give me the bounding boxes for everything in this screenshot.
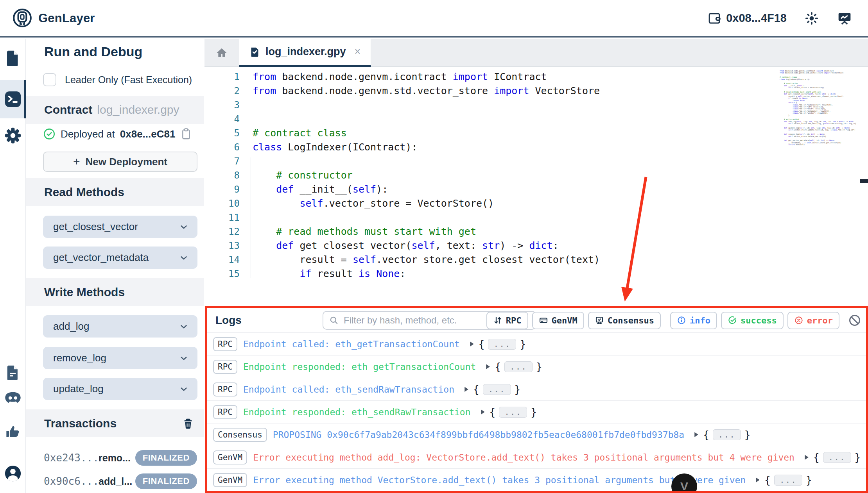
rail-active-terminal[interactable] (0, 80, 26, 118)
triangle-right-icon (693, 431, 699, 438)
editor-scrollbar-thumb[interactable] (860, 179, 868, 183)
line-number: 11 (204, 211, 240, 225)
file-icon[interactable] (0, 50, 26, 67)
transaction-row[interactable]: 0x90c6...add_l...FINALIZED (44, 472, 197, 491)
ellipsis-pill[interactable]: ... (823, 452, 851, 463)
tab-title: log_indexer.gpy (265, 46, 346, 58)
panel-title: Run and Debug (26, 44, 204, 59)
filter-rpc-label: RPC (506, 316, 522, 325)
code-line: 8 # constructor (204, 168, 868, 182)
code-editor[interactable]: 1from backend.node.genvm.icontract impor… (204, 67, 868, 278)
gear-icon[interactable] (0, 127, 26, 144)
line-number: 9 (204, 182, 240, 196)
code-text: from backend.node.genvm.icontract import… (240, 70, 547, 84)
genlayer-logo-icon (12, 8, 33, 29)
method-label: add_log (53, 320, 90, 332)
ellipsis-pill[interactable]: ... (774, 475, 802, 486)
brace-open: { (490, 406, 496, 418)
ellipsis-pill[interactable]: ... (713, 429, 741, 440)
log-expand-toggle[interactable]: {...} (479, 406, 537, 418)
method-get_vector_metadata[interactable]: get_vector_metadata (43, 246, 197, 269)
method-remove_log[interactable]: remove_log (43, 347, 197, 369)
indent-guide (251, 157, 251, 278)
code-line: 11 (204, 211, 868, 225)
line-number: 8 (204, 168, 240, 182)
transaction-row[interactable]: 0xe243...remo...FINALIZED (44, 448, 197, 467)
deployed-address: 0x8e...eC81 (120, 128, 176, 140)
ellipsis-pill[interactable]: ... (504, 361, 533, 372)
tx-hash: 0xe243... (44, 452, 99, 464)
method-update_log[interactable]: update_log (43, 378, 197, 400)
triangle-right-icon (484, 363, 491, 370)
copy-clipboard-icon[interactable] (180, 128, 192, 140)
triangle-right-icon (754, 477, 761, 483)
code-line: 5# contract class (204, 126, 868, 140)
method-add_log[interactable]: add_log (43, 315, 197, 338)
brace-open: { (495, 361, 501, 373)
log-expand-toggle[interactable]: {...} (468, 338, 526, 350)
deployed-label: Deployed at (61, 128, 115, 140)
leader-only-label: Leader Only (Fast Execution) (65, 74, 192, 86)
ellipsis-pill[interactable]: ... (483, 384, 511, 395)
minimap[interactable]: from backend.node.genvm.icontract import… (780, 70, 856, 199)
sun-icon[interactable] (805, 11, 819, 25)
method-label: update_log (53, 383, 104, 395)
code-text: from backend.node.genvm.std.vector_store… (240, 84, 600, 98)
filter-success-button[interactable]: success (721, 312, 784, 329)
ellipsis-pill[interactable]: ... (499, 407, 527, 418)
filter-error-label: error (807, 316, 833, 325)
wallet-address-button[interactable]: 0x08...4F18 (707, 11, 787, 25)
new-deployment-button[interactable]: + New Deployment (43, 152, 197, 172)
code-text: def __init__(self): (240, 182, 388, 196)
code-text (240, 98, 253, 112)
log-message: Endpoint responded: eth_getTransactionCo… (243, 362, 476, 372)
filter-rpc-button[interactable]: RPC (486, 312, 528, 329)
log-expand-toggle[interactable]: {...} (693, 429, 750, 441)
close-icon[interactable]: × (355, 46, 361, 58)
trash-icon[interactable] (182, 417, 194, 430)
method-get_closest_vector[interactable]: get_closest_vector (43, 216, 197, 238)
code-line: 12 # read methods must start with get_ (204, 225, 868, 239)
discord-icon[interactable] (0, 391, 26, 404)
chevron-down-icon (179, 322, 189, 332)
brace-close: } (536, 361, 542, 373)
clear-logs-icon[interactable] (848, 314, 861, 327)
brace-open: { (813, 452, 820, 463)
code-line: 3 (204, 98, 868, 112)
filter-genvm-button[interactable]: GenVM (532, 312, 584, 329)
contract-section-header: Contract log_indexer.gpy (26, 96, 204, 124)
line-number: 2 (204, 84, 240, 98)
transactions-header: Transactions (26, 409, 204, 437)
new-deployment-label: New Deployment (86, 156, 168, 168)
home-tab[interactable] (204, 39, 239, 66)
read-methods-header: Read Methods (26, 178, 204, 206)
wallet-icon (707, 11, 721, 25)
brace-open: { (703, 429, 709, 441)
log-expand-toggle[interactable]: {...} (484, 361, 542, 373)
logs-title: Logs (215, 314, 242, 327)
presentation-chart-icon[interactable] (837, 11, 852, 26)
code-text: if result is None: (240, 267, 405, 278)
line-number: 13 (204, 239, 240, 253)
tab-log-indexer[interactable]: log_indexer.gpy × (239, 39, 371, 67)
line-number: 1 (204, 70, 240, 84)
code-line: 1from backend.node.genvm.icontract impor… (204, 70, 868, 84)
filter-info-button[interactable]: info (670, 312, 717, 329)
log-expand-toggle[interactable]: {...} (754, 474, 812, 486)
code-line: 15 if result is None: (204, 267, 868, 278)
docs-icon[interactable] (0, 364, 26, 381)
ellipsis-pill[interactable]: ... (488, 339, 516, 350)
log-source-badge: RPC (213, 382, 237, 397)
brace-close: } (744, 429, 751, 441)
filter-error-button[interactable]: error (787, 312, 839, 329)
leader-only-checkbox[interactable] (43, 73, 56, 86)
account-icon[interactable] (0, 464, 26, 482)
home-icon (215, 46, 228, 59)
filter-consensus-button[interactable]: Consensus (588, 312, 661, 329)
line-number: 15 (204, 267, 240, 278)
log-expand-toggle[interactable]: {...} (803, 452, 861, 463)
log-row: RPCEndpoint responded: eth_getTransactio… (207, 355, 866, 378)
filter-consensus-label: Consensus (608, 316, 654, 325)
log-expand-toggle[interactable]: {...} (463, 384, 520, 395)
feedback-icon[interactable] (0, 423, 26, 439)
